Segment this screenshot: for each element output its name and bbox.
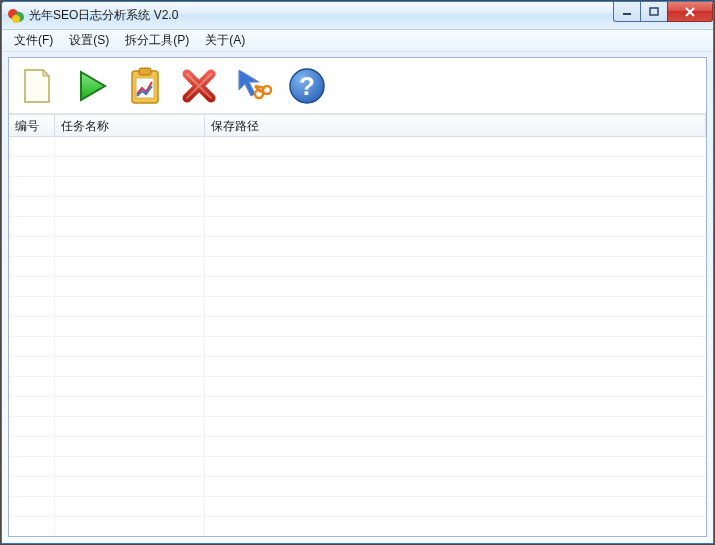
table-header: 编号 任务名称 保存路径: [9, 115, 706, 137]
svg-rect-8: [139, 68, 151, 75]
table-row[interactable]: [9, 237, 706, 257]
table-row[interactable]: [9, 457, 706, 477]
split-cursor-button[interactable]: [231, 64, 275, 108]
table-row[interactable]: [9, 157, 706, 177]
toolbar: ?: [9, 58, 706, 114]
col-id[interactable]: 编号: [9, 115, 55, 136]
cursor-scissors-icon: [233, 66, 273, 106]
table-row[interactable]: [9, 377, 706, 397]
table-row[interactable]: [9, 217, 706, 237]
help-button[interactable]: ?: [285, 64, 329, 108]
col-save-path[interactable]: 保存路径: [205, 115, 706, 136]
table-row[interactable]: [9, 517, 706, 536]
svg-rect-3: [623, 13, 631, 15]
table-row[interactable]: [9, 437, 706, 457]
play-icon: [71, 66, 111, 106]
help-icon: ?: [287, 66, 327, 106]
close-button[interactable]: [667, 2, 713, 22]
table-row[interactable]: [9, 477, 706, 497]
col-task-name[interactable]: 任务名称: [55, 115, 205, 136]
table-row[interactable]: [9, 277, 706, 297]
svg-rect-4: [650, 8, 658, 15]
table-row[interactable]: [9, 357, 706, 377]
run-button[interactable]: [69, 64, 113, 108]
task-table: 编号 任务名称 保存路径: [9, 114, 706, 536]
svg-text:?: ?: [299, 71, 315, 101]
menu-settings[interactable]: 设置(S): [61, 30, 117, 51]
new-document-icon: [17, 66, 57, 106]
delete-x-icon: [179, 66, 219, 106]
delete-button[interactable]: [177, 64, 221, 108]
new-document-button[interactable]: [15, 64, 59, 108]
maximize-icon: [649, 7, 659, 17]
table-row[interactable]: [9, 197, 706, 217]
table-row[interactable]: [9, 497, 706, 517]
titlebar[interactable]: 光年SEO日志分析系统 V2.0: [2, 2, 713, 30]
app-window: 光年SEO日志分析系统 V2.0 文件(F) 设置(S) 拆分工具(P) 关于(…: [1, 1, 714, 544]
table-row[interactable]: [9, 177, 706, 197]
menu-file[interactable]: 文件(F): [6, 30, 61, 51]
window-title: 光年SEO日志分析系统 V2.0: [29, 7, 178, 24]
table-row[interactable]: [9, 257, 706, 277]
minimize-icon: [622, 7, 632, 17]
window-controls: [614, 2, 713, 22]
table-row[interactable]: [9, 137, 706, 157]
close-icon: [684, 7, 696, 17]
table-row[interactable]: [9, 317, 706, 337]
menubar: 文件(F) 设置(S) 拆分工具(P) 关于(A): [2, 30, 713, 52]
svg-point-2: [12, 15, 20, 23]
table-row[interactable]: [9, 417, 706, 437]
app-icon: [8, 8, 24, 24]
table-body[interactable]: [9, 137, 706, 536]
report-button[interactable]: [123, 64, 167, 108]
maximize-button[interactable]: [640, 2, 668, 22]
content-frame: ? 编号 任务名称 保存路径: [2, 52, 713, 543]
table-row[interactable]: [9, 297, 706, 317]
table-row[interactable]: [9, 337, 706, 357]
clipboard-chart-icon: [125, 66, 165, 106]
menu-about[interactable]: 关于(A): [197, 30, 253, 51]
menu-split-tool[interactable]: 拆分工具(P): [117, 30, 197, 51]
minimize-button[interactable]: [613, 2, 641, 22]
inner-panel: ? 编号 任务名称 保存路径: [8, 57, 707, 537]
table-row[interactable]: [9, 397, 706, 417]
